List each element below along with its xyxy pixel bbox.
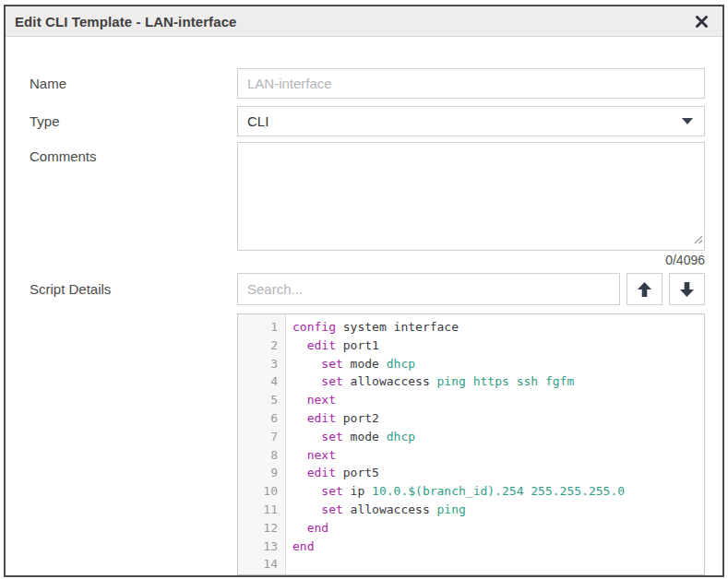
- dialog-content: Name Type CLI Comments: [6, 37, 722, 575]
- dialog-title: Edit CLI Template - LAN-interface: [15, 14, 237, 30]
- type-select-value: CLI: [247, 113, 269, 129]
- code-editor[interactable]: 1234567891011121314 config system interf…: [237, 313, 705, 575]
- script-editor-row: 1234567891011121314 config system interf…: [30, 313, 705, 575]
- script-details-label: Script Details: [30, 281, 237, 297]
- close-button[interactable]: [694, 14, 710, 30]
- editor-code[interactable]: config system interface edit port1 set m…: [286, 314, 704, 574]
- name-input[interactable]: [237, 68, 705, 99]
- comments-label: Comments: [30, 142, 237, 269]
- name-row: Name: [30, 68, 705, 99]
- editor-gutter: 1234567891011121314: [238, 314, 286, 574]
- arrow-up-icon: [638, 282, 651, 297]
- script-search-input[interactable]: [237, 273, 620, 305]
- arrow-down-icon: [680, 282, 694, 297]
- search-next-button[interactable]: [669, 273, 705, 305]
- script-details-row: Script Details: [30, 273, 705, 305]
- type-label: Type: [30, 113, 237, 129]
- editor-left-spacer: [30, 313, 237, 575]
- type-row: Type CLI: [30, 106, 705, 136]
- edit-cli-template-dialog: Edit CLI Template - LAN-interface Name T…: [4, 5, 724, 577]
- comments-char-counter: 0/4096: [237, 253, 705, 269]
- comments-textarea[interactable]: [237, 142, 705, 251]
- search-prev-button[interactable]: [627, 273, 662, 305]
- type-select[interactable]: CLI: [237, 106, 705, 136]
- comments-row: Comments 0/4096: [30, 142, 705, 269]
- close-x-icon: [696, 16, 708, 28]
- name-label: Name: [30, 76, 237, 91]
- chevron-down-icon: [682, 118, 693, 124]
- dialog-titlebar: Edit CLI Template - LAN-interface: [6, 6, 722, 37]
